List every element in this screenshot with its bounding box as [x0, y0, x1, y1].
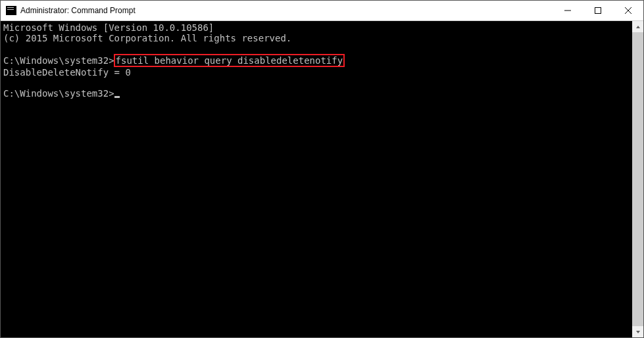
svg-marker-4 [636, 26, 640, 28]
command-highlight: fsutil behavior query disabledeletenotif… [114, 54, 345, 67]
cursor [114, 96, 120, 98]
minimize-button[interactable] [553, 1, 583, 20]
scroll-thumb[interactable] [632, 32, 643, 326]
svg-rect-1 [595, 8, 601, 14]
window-controls [553, 1, 643, 20]
command-output: DisableDeleteNotify = 0 [3, 67, 131, 78]
scroll-up-button[interactable] [632, 21, 643, 32]
terminal-wrap: Microsoft Windows [Version 10.0.10586] (… [1, 21, 643, 337]
prompt-path: C:\Windows\system32> [3, 88, 114, 99]
scroll-down-button[interactable] [632, 326, 643, 337]
command-prompt-window: Administrator: Command Prompt Microsoft … [0, 0, 644, 338]
terminal[interactable]: Microsoft Windows [Version 10.0.10586] (… [1, 21, 632, 337]
vertical-scrollbar[interactable] [632, 21, 643, 337]
copyright-line: (c) 2015 Microsoft Corporation. All righ… [3, 33, 291, 43]
window-title: Administrator: Command Prompt [20, 6, 553, 15]
close-button[interactable] [613, 1, 643, 20]
scroll-track[interactable] [632, 32, 643, 326]
version-line: Microsoft Windows [Version 10.0.10586] [3, 22, 214, 33]
cmd-icon [6, 6, 16, 15]
command-text: fsutil behavior query disabledeletenotif… [116, 55, 343, 66]
svg-marker-5 [636, 331, 640, 333]
titlebar[interactable]: Administrator: Command Prompt [1, 1, 643, 21]
maximize-button[interactable] [583, 1, 613, 20]
prompt-path: C:\Windows\system32> [3, 55, 114, 66]
